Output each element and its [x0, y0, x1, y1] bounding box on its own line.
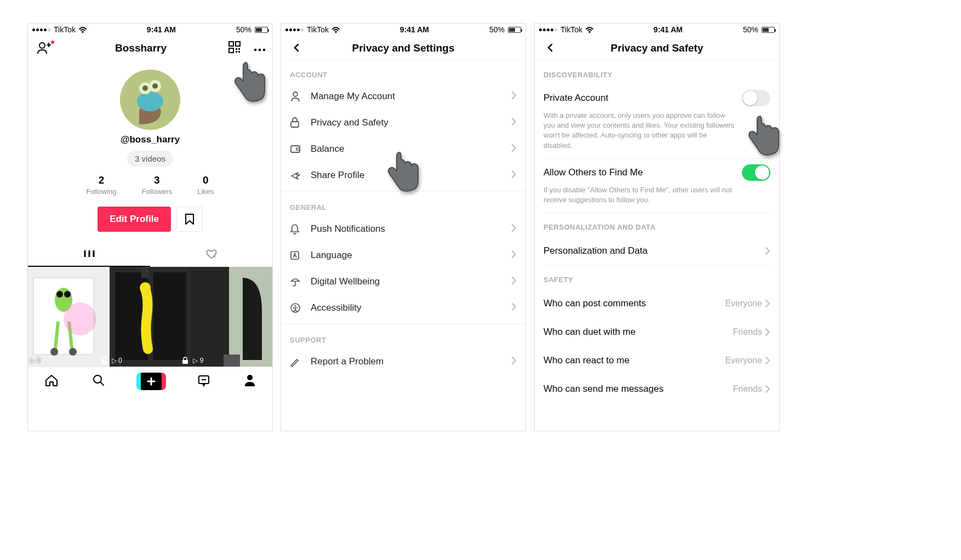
row-accessibility[interactable]: Accessibility [281, 295, 525, 321]
wifi-icon [586, 26, 593, 33]
back-button[interactable] [288, 44, 306, 53]
username: @boss_harry [28, 134, 272, 145]
row-share-profile[interactable]: Share Profile [281, 162, 525, 188]
video-thumb[interactable]: ▷ 9 [191, 267, 272, 367]
svg-point-9 [254, 49, 257, 52]
row-language[interactable]: Language [281, 242, 525, 268]
nav-inbox[interactable] [197, 374, 210, 389]
svg-point-31 [140, 282, 151, 293]
status-time: 9:41 AM [147, 25, 176, 34]
privacy-header: Privacy and Safety [535, 36, 779, 61]
nav-create[interactable] [139, 373, 164, 390]
row-report[interactable]: Report a Problem [281, 348, 525, 375]
profile-header: Bossharry [28, 36, 272, 61]
svg-rect-4 [229, 48, 233, 53]
private-account-toggle[interactable] [742, 90, 770, 106]
wifi-icon [332, 26, 340, 33]
row-manage-account[interactable]: Manage My Account [281, 83, 525, 110]
chevron-right-icon [512, 224, 517, 235]
messages-row[interactable]: Who can send me messages Friends [544, 375, 770, 403]
tab-feed[interactable] [28, 245, 150, 267]
pencil-icon [290, 357, 303, 367]
comments-row[interactable]: Who can post comments Everyone [544, 289, 770, 318]
edit-profile-button[interactable]: Edit Profile [98, 207, 171, 232]
battery-icon [508, 27, 521, 33]
page-title: Bossharry [53, 42, 228, 54]
bookmark-button[interactable] [176, 207, 203, 232]
svg-rect-5 [236, 48, 237, 50]
svg-rect-2 [229, 42, 233, 46]
lock-icon [101, 357, 107, 364]
play-count: ▷ 9 [193, 357, 203, 364]
svg-point-11 [263, 49, 266, 52]
svg-point-15 [142, 85, 148, 91]
row-privacy-safety[interactable]: Privacy and Safety [281, 110, 525, 136]
likes-stat[interactable]: 0Likes [197, 174, 214, 196]
content-tabs [28, 245, 272, 267]
video-grid: ▷ 0 ▷ 0 ▷ 9 [28, 267, 272, 367]
svg-point-41 [293, 92, 298, 96]
row-push[interactable]: Push Notifications [281, 216, 525, 242]
nav-search[interactable] [92, 374, 105, 389]
svg-point-25 [64, 302, 96, 335]
status-bar: TikTok 9:41 AM 50% [281, 24, 525, 36]
status-bar: TikTok 9:41 AM 50% [28, 24, 272, 36]
person-icon [290, 91, 303, 102]
notification-dot-icon [51, 41, 54, 44]
more-button[interactable] [254, 42, 266, 54]
accessibility-icon [290, 302, 303, 313]
following-stat[interactable]: 2Following [87, 174, 117, 196]
play-count: ▷ 0 [30, 357, 41, 364]
avatar[interactable] [120, 70, 180, 130]
bell-icon [290, 224, 303, 235]
allow-find-toggle[interactable] [742, 164, 770, 181]
umbrella-icon [290, 276, 303, 287]
chevron-right-icon [512, 356, 517, 367]
react-row[interactable]: Who can react to me Everyone [544, 346, 770, 375]
video-count-pill[interactable]: 3 videos [127, 151, 173, 167]
svg-point-47 [295, 305, 296, 307]
nav-home[interactable] [44, 374, 59, 389]
page-title: Privacy and Settings [306, 42, 500, 54]
svg-rect-35 [191, 267, 229, 367]
svg-rect-8 [238, 51, 240, 53]
add-friends-button[interactable] [35, 42, 53, 55]
section-account: ACCOUNT [281, 61, 525, 83]
chevron-right-icon [512, 302, 517, 313]
nav-profile[interactable] [244, 374, 256, 389]
video-thumb[interactable]: ▷ 0 [28, 267, 110, 367]
tab-liked[interactable] [150, 245, 272, 267]
section-safety: SAFETY [544, 266, 770, 289]
settings-screen: TikTok 9:41 AM 50% Privacy and Settings … [281, 23, 526, 431]
chevron-right-icon [765, 300, 770, 307]
section-discoverability: DISCOVERABILITY [544, 61, 770, 84]
chevron-right-icon [512, 170, 517, 181]
row-balance[interactable]: Balance [281, 136, 525, 162]
section-general: GENERAL [281, 193, 525, 216]
chevron-right-icon [765, 385, 770, 393]
bottom-nav [28, 367, 272, 395]
svg-rect-3 [236, 42, 240, 46]
duet-row[interactable]: Who can duet with me Friends [544, 318, 770, 346]
chevron-right-icon [512, 276, 517, 287]
followers-stat[interactable]: 3Followers [141, 174, 172, 196]
lock-icon [290, 117, 303, 128]
qr-button[interactable] [228, 41, 241, 56]
private-account-desc: With a private account, only users you a… [544, 111, 770, 151]
battery-pct: 50% [236, 25, 251, 34]
video-thumb[interactable]: ▷ 0 [110, 267, 191, 367]
row-wellbeing[interactable]: Digital Wellbeing [281, 268, 525, 295]
chevron-right-icon [765, 328, 770, 336]
privacy-screen: TikTok 9:41 AM 50% Privacy and Safety DI… [534, 23, 780, 431]
section-support: SUPPORT [281, 326, 525, 348]
svg-point-17 [152, 83, 158, 89]
section-personalization: PERSONALIZATION AND DATA [544, 213, 770, 237]
back-button[interactable] [541, 44, 560, 53]
personalization-row[interactable]: Personalization and Data [544, 237, 770, 266]
private-account-row: Private Account With a private account, … [544, 84, 770, 159]
page-title: Privacy and Safety [560, 42, 754, 54]
svg-point-23 [50, 348, 58, 356]
svg-rect-33 [182, 360, 188, 364]
profile-body: @boss_harry 3 videos 2Following 3Followe… [28, 61, 272, 232]
allow-find-label: Allow Others to Find Me [544, 167, 643, 178]
